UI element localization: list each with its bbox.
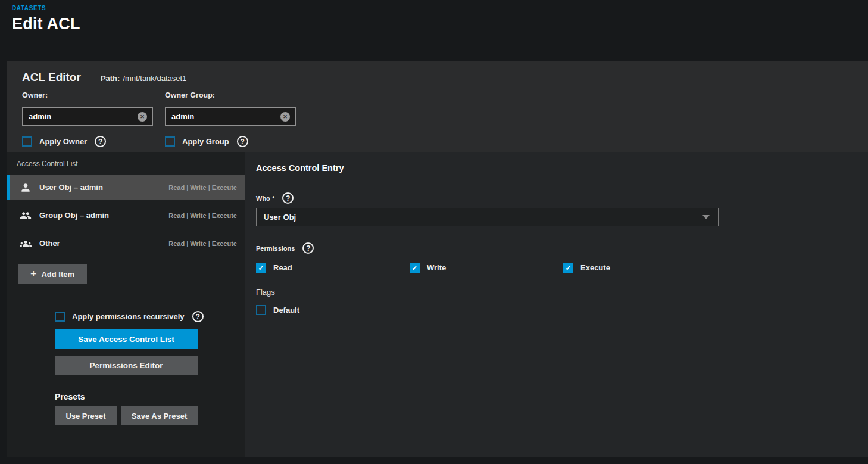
default-label: Default [273,306,299,314]
acl-item-label: Other [39,239,60,248]
apply-owner-label: Apply Owner [39,137,87,146]
execute-checkbox[interactable]: ✓ [563,263,573,273]
default-checkbox[interactable] [256,305,266,315]
apply-group-label: Apply Group [182,137,229,146]
add-item-button[interactable]: + Add Item [18,264,87,284]
who-select[interactable]: User Obj [256,208,719,226]
help-icon[interactable]: ? [192,311,204,322]
check-icon: ✓ [565,264,571,272]
divider [7,294,245,294]
acl-item-permissions: Read | Write | Execute [168,212,237,219]
help-icon[interactable]: ? [302,242,314,254]
apply-recursively-checkbox[interactable] [55,312,65,322]
owner-group-value[interactable]: admin [171,112,280,121]
presets-title: Presets [55,392,245,401]
check-icon: ✓ [258,264,264,272]
acl-item-permissions: Read | Write | Execute [168,240,237,247]
read-checkbox[interactable]: ✓ [256,263,266,273]
permissions-label: Permissions [256,245,295,252]
help-icon[interactable]: ? [237,136,248,147]
owner-value[interactable]: admin [29,112,138,121]
execute-label: Execute [580,263,610,272]
owner-input[interactable]: admin ✕ [22,107,153,126]
apply-recursively-label: Apply permissions recursively [72,312,185,321]
clear-icon[interactable]: ✕ [138,112,147,122]
add-item-label: Add Item [41,270,74,279]
page-title: Edit ACL [12,15,868,33]
path-value: /mnt/tank/dataset1 [123,74,186,83]
apply-owner-checkbox[interactable] [22,136,32,147]
who-value: User Obj [264,213,702,222]
owner-label: Owner: [22,91,153,99]
access-control-list-title: Access Control List [7,160,245,168]
clear-icon[interactable]: ✕ [280,112,290,122]
check-icon: ✓ [411,264,417,272]
write-checkbox[interactable]: ✓ [410,263,420,273]
access-control-list-panel: Access Control List User Obj – admin Rea… [7,152,245,457]
plus-icon: + [30,269,37,279]
breadcrumb[interactable]: DATASETS [12,5,868,11]
acl-item-label: User Obj – admin [39,183,103,192]
save-as-preset-button[interactable]: Save As Preset [121,406,198,425]
access-control-entry-panel: Access Control Entry Who * ? User Obj Pe… [245,152,868,457]
page-header: DATASETS Edit ACL [0,0,868,33]
permissions-editor-button[interactable]: Permissions Editor [55,356,198,375]
acl-items: User Obj – admin Read | Write | Execute … [7,175,245,256]
who-label: Who * [256,195,274,202]
group-icon [20,210,32,222]
acl-item-group-obj[interactable]: Group Obj – admin Read | Write | Execute [7,203,245,228]
save-access-control-list-button[interactable]: Save Access Control List [55,329,198,349]
apply-group-checkbox[interactable] [165,136,175,147]
help-icon[interactable]: ? [95,136,106,147]
acl-editor-title: ACL Editor [22,71,81,84]
acl-editor-form: ACL Editor Path:/mnt/tank/dataset1 Owner… [7,61,868,152]
acl-item-user-obj[interactable]: User Obj – admin Read | Write | Execute [7,175,245,200]
chevron-down-icon [702,215,710,219]
owner-group-input[interactable]: admin ✕ [165,107,296,126]
path-label: Path: [101,74,120,83]
acl-editor-card: ACL Editor Path:/mnt/tank/dataset1 Owner… [7,61,868,457]
write-label: Write [427,263,446,272]
use-preset-button[interactable]: Use Preset [55,406,117,425]
acl-item-other[interactable]: Other Read | Write | Execute [7,231,245,256]
owner-group-label: Owner Group: [165,91,296,99]
user-icon [20,182,32,194]
acl-item-label: Group Obj – admin [39,211,109,220]
access-control-entry-title: Access Control Entry [256,163,868,173]
dataset-path: Path:/mnt/tank/dataset1 [101,74,186,83]
people-icon [20,238,32,250]
help-icon[interactable]: ? [282,192,294,204]
read-label: Read [273,263,292,272]
acl-item-permissions: Read | Write | Execute [168,184,237,191]
flags-label: Flags [256,288,868,297]
header-divider [4,42,868,42]
